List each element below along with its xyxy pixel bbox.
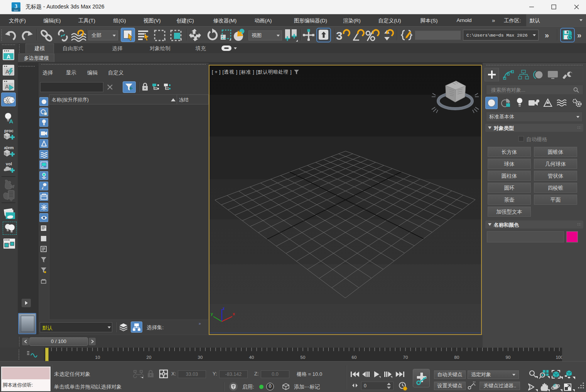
- svg-text:proc: proc: [4, 128, 14, 133]
- svg-text:60: 60: [352, 355, 357, 360]
- svg-text:y: y: [211, 311, 213, 316]
- svg-text:70: 70: [403, 355, 408, 360]
- svg-text:x: x: [233, 311, 235, 316]
- svg-text:z: z: [223, 306, 225, 311]
- svg-text:MAX: MAX: [14, 9, 19, 12]
- svg-text:80: 80: [454, 355, 459, 360]
- svg-text:vol: vol: [6, 162, 12, 166]
- svg-text:3: 3: [15, 3, 17, 9]
- svg-text:20: 20: [147, 355, 152, 360]
- svg-text:90: 90: [506, 355, 511, 360]
- svg-text:alem: alem: [4, 145, 14, 150]
- svg-text:3: 3: [336, 29, 343, 42]
- svg-text:A: A: [9, 118, 14, 124]
- svg-text:A: A: [7, 54, 10, 60]
- svg-text:50: 50: [301, 355, 306, 360]
- svg-text:A: A: [5, 83, 9, 90]
- svg-text:10: 10: [95, 355, 100, 360]
- svg-text:40: 40: [249, 355, 254, 360]
- svg-text:30: 30: [198, 355, 203, 360]
